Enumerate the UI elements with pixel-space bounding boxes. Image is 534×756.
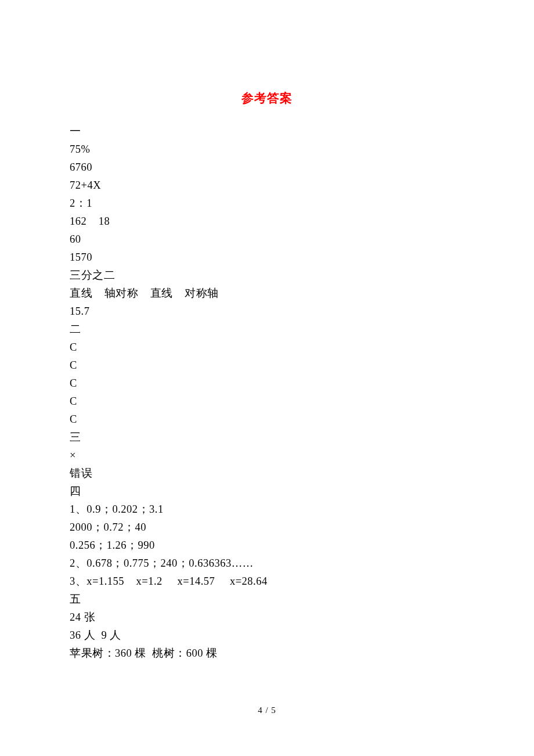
section-five-heading: 五 [70, 591, 464, 609]
section-three-heading: 三 [70, 429, 464, 447]
answer-line: 三分之二 [70, 267, 464, 285]
answer-line: 162 18 [70, 213, 464, 231]
section-two-heading: 二 [70, 321, 464, 339]
answer-line: 2、0.678；0.775；240；0.636363…… [70, 555, 464, 573]
answer-line: C [70, 339, 464, 357]
answer-line: 2000；0.72；40 [70, 519, 464, 537]
answer-line: 72+4X [70, 177, 464, 195]
answer-line: 24 张 [70, 609, 464, 627]
answer-line: 36 人 9 人 [70, 627, 464, 645]
answer-line: 75% [70, 141, 464, 159]
answer-line: C [70, 393, 464, 411]
answer-line: 3、x=1.155 x=1.2 x=14.57 x=28.64 [70, 573, 464, 591]
answer-line: 苹果树：360 棵 桃树：600 棵 [70, 645, 464, 663]
answer-line: 错误 [70, 465, 464, 483]
answer-line: C [70, 357, 464, 375]
answer-line: 1570 [70, 249, 464, 267]
answer-line: 6760 [70, 159, 464, 177]
answer-line: 直线 轴对称 直线 对称轴 [70, 285, 464, 303]
answer-line: C [70, 375, 464, 393]
answer-line: 2：1 [70, 195, 464, 213]
document-title: 参考答案 [70, 90, 464, 106]
answer-line: × [70, 447, 464, 465]
answer-line: 1、0.9；0.202；3.1 [70, 501, 464, 519]
section-one-heading: 一 [70, 123, 464, 141]
answer-line: 60 [70, 231, 464, 249]
answer-line: 0.256；1.26；990 [70, 537, 464, 555]
answer-line: 15.7 [70, 303, 464, 321]
page-number-footer: 4 / 5 [0, 705, 534, 715]
section-four-heading: 四 [70, 483, 464, 501]
answer-line: C [70, 411, 464, 429]
